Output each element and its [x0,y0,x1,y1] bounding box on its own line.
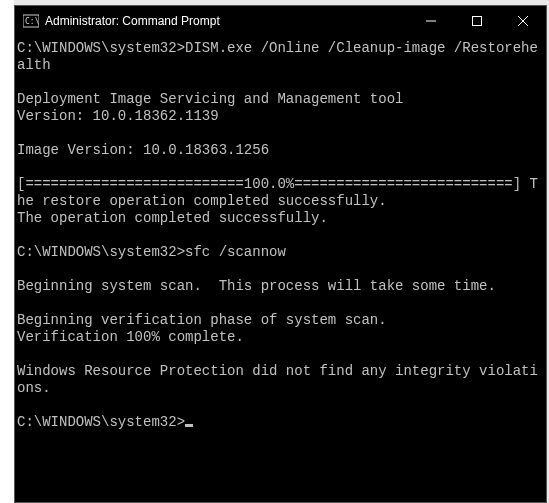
cmd-icon: C:\ [23,13,39,29]
command-prompt-window: C:\ Administrator: Command Prompt C:\WIN… [14,5,547,503]
close-button[interactable] [500,6,546,36]
terminal-line: C:\WINDOWS\system32>DISM.exe /Online /Cl… [17,40,538,73]
terminal-line: Deployment Image Servicing and Managemen… [17,91,403,107]
window-title: Administrator: Command Prompt [45,14,408,28]
terminal-line: The operation completed successfully. [17,210,328,226]
maximize-button[interactable] [454,6,500,36]
terminal-line: Beginning system scan. This process will… [17,278,496,294]
background-window-fragment [0,0,14,503]
terminal-line: C:\WINDOWS\system32>sfc /scannow [17,244,286,260]
terminal-line: Version: 10.0.18362.1139 [17,108,219,124]
terminal-line: Image Version: 10.0.18363.1256 [17,142,269,158]
window-controls [408,6,546,36]
terminal-output[interactable]: C:\WINDOWS\system32>DISM.exe /Online /Cl… [15,36,546,502]
cursor [185,424,193,427]
svg-rect-3 [473,17,482,26]
titlebar[interactable]: C:\ Administrator: Command Prompt [15,6,546,36]
terminal-line: Verification 100% complete. [17,329,244,345]
minimize-button[interactable] [408,6,454,36]
terminal-prompt: C:\WINDOWS\system32> [17,414,185,430]
svg-text:C:\: C:\ [25,17,39,26]
terminal-line: Windows Resource Protection did not find… [17,363,538,396]
terminal-line: [==========================100.0%=======… [17,176,538,209]
terminal-line: Beginning verification phase of system s… [17,312,387,328]
